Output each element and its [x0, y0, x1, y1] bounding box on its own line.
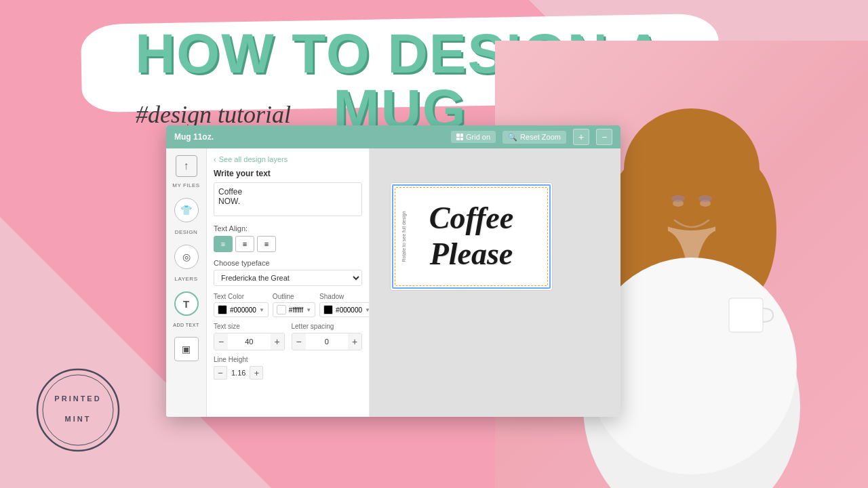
text-size-label: Text size: [214, 323, 285, 330]
line-height-row: − 1.16 +: [214, 366, 362, 380]
tshirt-icon: 👕: [180, 205, 192, 216]
upload-icon: ↑: [184, 160, 189, 172]
text-color-dropdown-icon: ▼: [259, 307, 264, 313]
subtitle: #design tutorial: [136, 100, 291, 129]
text-size-increase[interactable]: +: [271, 333, 284, 350]
tshirt-button[interactable]: 👕: [174, 198, 199, 222]
line-height-decrease[interactable]: −: [214, 366, 227, 380]
text-size-value: 40: [228, 336, 271, 347]
text-icon: T: [183, 298, 189, 310]
letter-spacing-stepper: − 0 +: [292, 333, 363, 350]
letter-spacing-label: Letter spacing: [292, 323, 363, 330]
svg-point-12: [671, 195, 685, 202]
design-icon: ◎: [182, 251, 191, 262]
letter-spacing-increase[interactable]: +: [348, 333, 361, 350]
text-input[interactable]: Coffee NOW.: [214, 182, 362, 216]
zoom-out-button[interactable]: −: [596, 129, 612, 145]
align-left-button[interactable]: ≡: [214, 236, 233, 252]
align-right-icon: ≡: [264, 240, 269, 248]
outline-group: Outline #ffffff ▼: [273, 293, 315, 317]
grid-icon: [456, 134, 463, 140]
reset-zoom-button[interactable]: 🔍 Reset Zoom: [502, 131, 566, 144]
upload-button[interactable]: ↑: [176, 155, 197, 177]
editor-window: Mug 11oz. Grid on 🔍 Reset Zoom + − ↑ MY …: [166, 125, 620, 417]
text-color-group: Text Color #000000 ▼: [214, 293, 269, 317]
letter-spacing-decrease[interactable]: −: [292, 333, 306, 350]
align-right-button[interactable]: ≡: [257, 236, 276, 252]
search-icon: 🔍: [508, 133, 517, 142]
back-arrow-icon: ‹: [214, 155, 216, 163]
shadow-group: Shadow #000000 ▼: [319, 293, 370, 317]
text-color-label: Text Color: [214, 293, 269, 300]
editor-topbar: Mug 11oz. Grid on 🔍 Reset Zoom + −: [166, 125, 620, 148]
design-label: DESIGN: [175, 229, 198, 235]
shadow-swatch: [323, 305, 333, 314]
image-icon: ▣: [182, 344, 191, 354]
size-row: Text size − 40 + Letter spacing − 0 +: [214, 323, 362, 350]
mug-preview[interactable]: Rotate to see full design Coffee Please: [390, 182, 553, 291]
write-text-label: Write your text: [214, 169, 362, 178]
zoom-in-button[interactable]: +: [573, 129, 589, 145]
text-color-swatch: [218, 305, 227, 314]
layers-label: LAYERS: [175, 276, 198, 282]
text-size-decrease[interactable]: −: [214, 333, 228, 350]
text-panel: ‹ See all design layers Write your text …: [207, 148, 370, 417]
outline-label: Outline: [273, 293, 315, 300]
back-link[interactable]: ‹ See all design layers: [214, 155, 362, 163]
my-files-label: MY FILES: [172, 182, 199, 188]
line-height-value: 1.16: [231, 369, 245, 377]
outline-swatch: [277, 305, 286, 314]
add-text-label: ADD TEXT: [173, 323, 199, 327]
image-button[interactable]: ▣: [174, 337, 199, 361]
shadow-selector[interactable]: #000000 ▼: [319, 302, 370, 317]
sidebar: ↑ MY FILES 👕 DESIGN ◎ LAYERS T ADD TEXT …: [166, 148, 207, 417]
letter-spacing-value: 0: [306, 336, 349, 347]
align-label: Text Align:: [214, 224, 362, 232]
grid-button[interactable]: Grid on: [451, 131, 496, 143]
svg-point-15: [43, 375, 113, 445]
outline-selector[interactable]: #ffffff ▼: [273, 302, 315, 317]
logo-top-text: PRINTED: [54, 394, 101, 403]
shadow-dropdown-icon: ▼: [365, 307, 370, 313]
typeface-select[interactable]: Fredericka the Great: [214, 270, 362, 286]
editor-body: ↑ MY FILES 👕 DESIGN ◎ LAYERS T ADD TEXT …: [166, 148, 620, 417]
logo-svg: PRINTED MINT: [34, 366, 122, 454]
align-buttons: ≡ ≡ ≡: [214, 236, 362, 252]
logo-bottom-text: MINT: [65, 415, 92, 423]
text-layers-button[interactable]: T: [174, 291, 199, 316]
align-left-icon: ≡: [221, 240, 225, 248]
product-name: Mug 11oz.: [174, 132, 444, 142]
line-height-label: Line Height: [214, 356, 362, 363]
text-size-group: Text size − 40 +: [214, 323, 285, 350]
canvas-area[interactable]: Rotate to see full design Coffee Please: [370, 148, 620, 417]
svg-point-13: [698, 195, 712, 202]
letter-spacing-group: Letter spacing − 0 +: [292, 323, 363, 350]
svg-rect-9: [729, 298, 763, 332]
line-height-increase[interactable]: +: [250, 366, 263, 380]
svg-point-14: [37, 369, 119, 451]
shadow-label: Shadow: [319, 293, 370, 300]
outline-dropdown-icon: ▼: [306, 307, 311, 313]
design-button[interactable]: ◎: [174, 245, 199, 269]
text-size-stepper: − 40 +: [214, 333, 285, 350]
align-center-icon: ≡: [243, 240, 247, 248]
text-color-selector[interactable]: #000000 ▼: [214, 302, 269, 317]
color-row: Text Color #000000 ▼ Outline #ffffff ▼: [214, 293, 362, 317]
mug-text-area: Coffee Please: [391, 183, 552, 290]
typeface-label: Choose typeface: [214, 259, 362, 267]
printed-mint-logo: PRINTED MINT: [34, 366, 122, 454]
mug-design-text: Coffee Please: [429, 201, 513, 272]
align-center-button[interactable]: ≡: [235, 236, 254, 252]
